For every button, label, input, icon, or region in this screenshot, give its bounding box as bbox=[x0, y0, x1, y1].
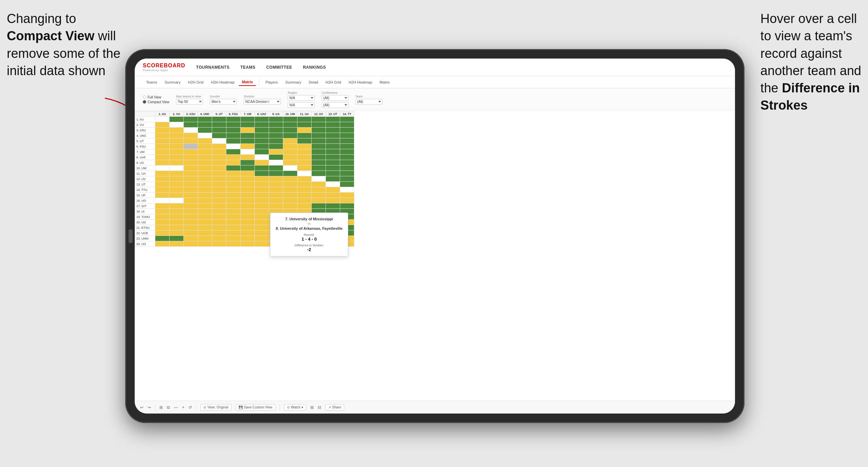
matrix-cell[interactable] bbox=[155, 187, 170, 193]
watch-button[interactable]: ⊙ Watch ▾ bbox=[284, 404, 306, 410]
matrix-cell[interactable] bbox=[226, 193, 241, 198]
matrix-cell[interactable] bbox=[170, 160, 184, 165]
matrix-cell[interactable] bbox=[226, 144, 241, 149]
matrix-cell[interactable] bbox=[241, 203, 255, 209]
matrix-cell[interactable] bbox=[283, 149, 297, 155]
matrix-cell[interactable] bbox=[241, 236, 255, 241]
matrix-cell[interactable] bbox=[241, 117, 255, 122]
matrix-cell[interactable] bbox=[226, 220, 241, 225]
matrix-cell[interactable] bbox=[198, 214, 212, 220]
matrix-cell[interactable] bbox=[226, 155, 241, 160]
matrix-cell[interactable] bbox=[241, 171, 255, 176]
grid-icon[interactable]: ⊞ bbox=[310, 405, 314, 410]
matrix-cell[interactable] bbox=[170, 171, 184, 176]
matrix-cell[interactable] bbox=[198, 171, 212, 176]
matrix-cell[interactable] bbox=[312, 144, 326, 149]
sub-tab-h2h-grid-right[interactable]: H2H Grid bbox=[322, 79, 344, 86]
matrix-cell[interactable] bbox=[226, 236, 241, 241]
matrix-cell[interactable] bbox=[269, 117, 283, 122]
matrix-cell[interactable] bbox=[184, 198, 198, 203]
matrix-cell[interactable] bbox=[184, 236, 198, 241]
matrix-cell[interactable] bbox=[326, 198, 340, 203]
matrix-cell[interactable] bbox=[269, 187, 283, 193]
matrix-cell[interactable] bbox=[312, 203, 326, 209]
matrix-cell[interactable] bbox=[255, 149, 269, 155]
matrix-cell[interactable] bbox=[255, 220, 269, 225]
matrix-cell[interactable] bbox=[241, 144, 255, 149]
matrix-cell[interactable] bbox=[212, 236, 226, 241]
matrix-cell[interactable] bbox=[312, 187, 326, 193]
matrix-cell[interactable] bbox=[241, 133, 255, 138]
matrix-cell[interactable] bbox=[255, 155, 269, 160]
matrix-cell[interactable] bbox=[241, 209, 255, 214]
matrix-cell[interactable] bbox=[226, 165, 241, 171]
matrix-cell[interactable] bbox=[326, 165, 340, 171]
matrix-cell[interactable] bbox=[170, 241, 184, 247]
matrix-cell[interactable] bbox=[340, 160, 354, 165]
matrix-cell[interactable] bbox=[269, 171, 283, 176]
sub-tab-h2h-grid-left[interactable]: H2H Grid bbox=[184, 79, 207, 86]
matrix-cell[interactable] bbox=[269, 165, 283, 171]
matrix-cell[interactable] bbox=[198, 187, 212, 193]
matrix-cell[interactable] bbox=[212, 241, 226, 247]
matrix-cell[interactable] bbox=[283, 128, 297, 133]
matrix-cell[interactable] bbox=[184, 225, 198, 230]
matrix-cell[interactable] bbox=[170, 203, 184, 209]
matrix-cell[interactable] bbox=[340, 193, 354, 198]
matrix-cell[interactable] bbox=[170, 198, 184, 203]
matrix-cell[interactable] bbox=[212, 117, 226, 122]
matrix-cell[interactable] bbox=[269, 203, 283, 209]
redo-icon[interactable]: ↪ bbox=[148, 405, 151, 410]
matrix-cell[interactable] bbox=[312, 117, 326, 122]
matrix-cell[interactable] bbox=[297, 198, 312, 203]
matrix-cell[interactable] bbox=[184, 155, 198, 160]
matrix-cell[interactable] bbox=[155, 203, 170, 209]
matrix-cell[interactable] bbox=[155, 230, 170, 236]
matrix-cell[interactable] bbox=[212, 214, 226, 220]
matrix-cell[interactable] bbox=[340, 176, 354, 182]
matrix-cell[interactable] bbox=[269, 144, 283, 149]
matrix-cell[interactable] bbox=[340, 122, 354, 128]
matrix-cell[interactable] bbox=[184, 187, 198, 193]
matrix-cell[interactable] bbox=[340, 128, 354, 133]
matrix-cell[interactable] bbox=[184, 182, 198, 187]
matrix-cell[interactable] bbox=[340, 117, 354, 122]
matrix-cell[interactable] bbox=[269, 155, 283, 160]
matrix-cell[interactable] bbox=[155, 225, 170, 230]
matrix-cell[interactable] bbox=[297, 187, 312, 193]
matrix-cell[interactable] bbox=[241, 138, 255, 144]
matrix-cell[interactable] bbox=[255, 160, 269, 165]
matrix-cell[interactable] bbox=[184, 133, 198, 138]
matrix-cell[interactable] bbox=[326, 160, 340, 165]
matrix-cell[interactable] bbox=[326, 182, 340, 187]
matrix-cell[interactable] bbox=[297, 203, 312, 209]
matrix-cell[interactable] bbox=[170, 176, 184, 182]
matrix-cell[interactable] bbox=[312, 149, 326, 155]
matrix-cell[interactable] bbox=[283, 193, 297, 198]
matrix-cell[interactable] bbox=[198, 128, 212, 133]
matrix-cell[interactable] bbox=[198, 236, 212, 241]
sub-tab-players[interactable]: Players bbox=[262, 79, 281, 86]
matrix-cell[interactable] bbox=[170, 220, 184, 225]
matrix-cell[interactable] bbox=[226, 138, 241, 144]
matrix-cell[interactable] bbox=[155, 171, 170, 176]
matrix-cell[interactable] bbox=[241, 187, 255, 193]
matrix-cell[interactable] bbox=[198, 193, 212, 198]
matrix-cell[interactable] bbox=[326, 122, 340, 128]
matrix-cell[interactable] bbox=[212, 155, 226, 160]
matrix-cell[interactable] bbox=[297, 182, 312, 187]
matrix-cell[interactable] bbox=[255, 128, 269, 133]
matrix-cell[interactable] bbox=[283, 144, 297, 149]
matrix-cell[interactable] bbox=[312, 122, 326, 128]
matrix-cell[interactable] bbox=[255, 236, 269, 241]
matrix-cell[interactable] bbox=[283, 117, 297, 122]
matrix-cell[interactable] bbox=[170, 155, 184, 160]
matrix-cell[interactable] bbox=[170, 149, 184, 155]
matrix-cell[interactable] bbox=[241, 149, 255, 155]
matrix-cell[interactable] bbox=[212, 138, 226, 144]
matrix-cell[interactable] bbox=[170, 128, 184, 133]
matrix-cell[interactable] bbox=[226, 149, 241, 155]
matrix-cell[interactable] bbox=[212, 230, 226, 236]
matrix-cell[interactable] bbox=[155, 144, 170, 149]
matrix-cell[interactable] bbox=[255, 241, 269, 247]
